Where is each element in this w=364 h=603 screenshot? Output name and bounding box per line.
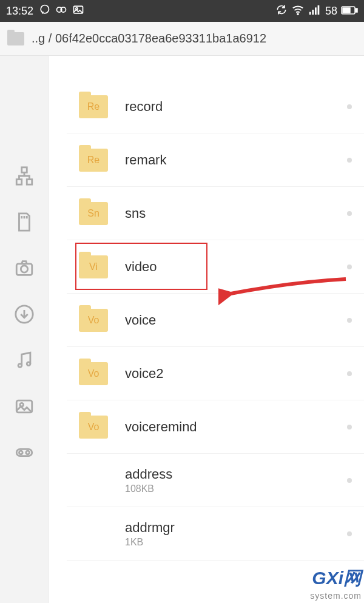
picture-status-icon xyxy=(72,4,84,19)
item-name: sns xyxy=(125,206,347,221)
rotate-icon xyxy=(275,4,288,19)
folder-icon-label: Vo xyxy=(88,315,99,326)
wifi-icon xyxy=(291,3,305,19)
more-icon[interactable] xyxy=(347,211,352,216)
list-item[interactable]: Sn sns xyxy=(67,187,364,240)
file-icon xyxy=(79,522,108,545)
svg-point-4 xyxy=(297,13,298,15)
folder-icon-label: Sn xyxy=(87,208,99,219)
list-item[interactable]: address 108KB xyxy=(67,454,364,507)
svg-point-24 xyxy=(25,451,29,454)
item-name: addrmgr xyxy=(125,520,347,536)
folder-icon: Vo xyxy=(79,362,108,385)
main-area: Re record Re remark Sn sns Vi video xyxy=(0,56,364,603)
item-name: voiceremind xyxy=(125,419,347,435)
list-top-space xyxy=(67,56,364,80)
picture-icon[interactable] xyxy=(13,396,35,417)
camera-icon[interactable] xyxy=(13,257,35,279)
sidebar xyxy=(0,56,49,603)
file-icon xyxy=(79,469,108,492)
svg-point-19 xyxy=(27,362,30,366)
svg-rect-12 xyxy=(21,167,27,173)
breadcrumb-bar[interactable]: ..g / 06f42e0cca03178ea6e93311ba1a6912 xyxy=(0,22,364,56)
download-icon[interactable] xyxy=(13,303,35,325)
svg-rect-13 xyxy=(16,180,22,185)
music-icon[interactable] xyxy=(13,349,35,371)
watermark-title: GXi网 xyxy=(310,566,362,591)
more-icon[interactable] xyxy=(347,264,352,269)
owl-icon xyxy=(55,4,67,19)
path-folder: 06f42e0cca03178ea6e93311ba1a6912 xyxy=(55,32,266,45)
list-item[interactable]: Vo voice xyxy=(67,294,364,347)
svg-point-18 xyxy=(18,364,22,368)
folder-icon-label: Vo xyxy=(88,368,99,379)
misc-icon[interactable] xyxy=(13,442,35,463)
item-name: video xyxy=(125,259,347,275)
item-meta: 108KB xyxy=(125,483,347,494)
more-icon[interactable] xyxy=(347,318,352,323)
item-name: record xyxy=(125,99,347,115)
svg-point-23 xyxy=(19,451,22,454)
list-item[interactable]: Re record xyxy=(67,80,364,133)
folder-icon-label: Re xyxy=(87,155,99,166)
battery-level: 58 xyxy=(325,5,337,18)
more-icon[interactable] xyxy=(347,371,352,376)
more-icon[interactable] xyxy=(347,425,352,430)
folder-icon-label: Vi xyxy=(89,261,98,272)
list-item[interactable]: Vo voiceremind xyxy=(67,400,364,454)
sdcard-icon[interactable] xyxy=(13,211,35,233)
more-icon[interactable] xyxy=(347,158,352,163)
list-item[interactable]: Vo voice2 xyxy=(67,347,364,400)
folder-icon xyxy=(7,32,24,45)
item-name: voice xyxy=(125,312,347,328)
status-left: 13:52 xyxy=(6,4,84,19)
status-time: 13:52 xyxy=(6,5,33,18)
status-bar: 13:52 58 xyxy=(0,0,364,22)
status-right: 58 xyxy=(275,3,358,19)
file-list[interactable]: Re record Re remark Sn sns Vi video xyxy=(67,56,364,561)
svg-rect-6 xyxy=(312,10,314,15)
network-icon[interactable] xyxy=(13,165,35,187)
folder-icon-label: Vo xyxy=(88,422,99,433)
svg-rect-7 xyxy=(315,7,317,15)
list-item[interactable]: Re remark xyxy=(67,133,364,187)
signal-icon xyxy=(308,3,322,19)
more-icon[interactable] xyxy=(347,478,352,483)
folder-icon: Re xyxy=(79,95,108,118)
breadcrumb-path: ..g / 06f42e0cca03178ea6e93311ba1a6912 xyxy=(32,32,266,45)
more-icon[interactable] xyxy=(347,531,352,536)
svg-rect-14 xyxy=(27,180,32,185)
folder-icon: Sn xyxy=(79,202,108,225)
svg-rect-11 xyxy=(343,8,350,13)
folder-icon: Vi xyxy=(79,255,108,278)
svg-point-16 xyxy=(21,266,27,272)
folder-icon-label: Re xyxy=(87,101,99,112)
svg-rect-5 xyxy=(309,12,311,15)
file-area: Re record Re remark Sn sns Vi video xyxy=(49,56,364,603)
chat-icon xyxy=(38,4,50,19)
folder-icon: Vo xyxy=(79,416,108,439)
watermark-sub: system.com xyxy=(310,591,362,601)
list-item[interactable]: addrmgr 1KB xyxy=(67,507,364,561)
path-prefix: ..g / xyxy=(32,32,55,45)
battery-icon xyxy=(341,5,358,18)
folder-icon: Vo xyxy=(79,309,108,332)
item-meta: 1KB xyxy=(125,537,347,548)
list-item-video[interactable]: Vi video xyxy=(67,240,364,294)
watermark: GXi网 system.com xyxy=(310,566,362,601)
svg-rect-8 xyxy=(318,5,320,15)
more-icon[interactable] xyxy=(347,104,352,109)
item-name: voice2 xyxy=(125,366,347,382)
item-name: remark xyxy=(125,152,347,168)
folder-icon: Re xyxy=(79,149,108,172)
item-name: address xyxy=(125,467,347,482)
svg-rect-10 xyxy=(356,8,357,12)
